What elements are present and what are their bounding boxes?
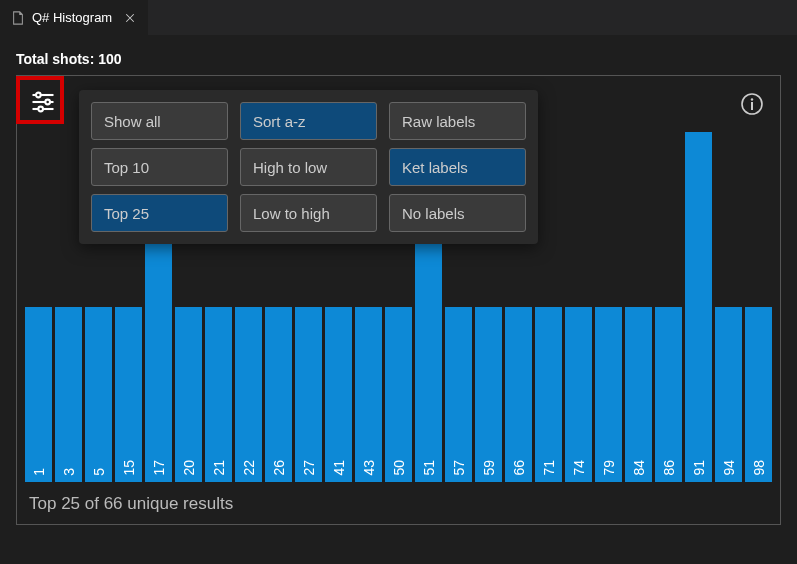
file-icon — [10, 10, 26, 26]
bar-label: 21 — [211, 460, 227, 476]
bar-label: 1 — [31, 468, 47, 476]
bar[interactable] — [325, 307, 352, 482]
bar[interactable] — [55, 307, 82, 482]
bar-label: 20 — [181, 460, 197, 476]
bar-label: 41 — [331, 460, 347, 476]
svg-point-3 — [36, 93, 41, 98]
menu-btn-high-to-low[interactable]: High to low — [240, 148, 377, 186]
menu-btn-no-labels[interactable]: No labels — [389, 194, 526, 232]
svg-point-5 — [38, 107, 43, 112]
bar[interactable] — [175, 307, 202, 482]
bar-label: 51 — [421, 460, 437, 476]
bar-label: 3 — [61, 468, 77, 476]
bar-label: 94 — [721, 460, 737, 476]
content-area: Total shots: 100 S — [0, 35, 797, 541]
bar-slot: 74 — [565, 132, 592, 482]
bar-label: 74 — [571, 460, 587, 476]
bar[interactable] — [415, 220, 442, 483]
bar[interactable] — [85, 307, 112, 482]
menu-btn-sort-a-z[interactable]: Sort a-z — [240, 102, 377, 140]
bar-slot: 79 — [595, 132, 622, 482]
bar-label: 71 — [541, 460, 557, 476]
bar-label: 91 — [691, 460, 707, 476]
bar[interactable] — [655, 307, 682, 482]
bar[interactable] — [535, 307, 562, 482]
bar-label: 59 — [481, 460, 497, 476]
settings-button[interactable] — [25, 84, 61, 120]
bar[interactable] — [25, 307, 52, 482]
tab-title: Q# Histogram — [32, 10, 112, 25]
bar-label: 27 — [301, 460, 317, 476]
menu-btn-raw-labels[interactable]: Raw labels — [389, 102, 526, 140]
bar-label: 84 — [631, 460, 647, 476]
bar[interactable] — [505, 307, 532, 482]
svg-point-4 — [45, 100, 50, 105]
bar[interactable] — [145, 220, 172, 483]
bar[interactable] — [475, 307, 502, 482]
bar-slot: 86 — [655, 132, 682, 482]
bar-slot: 3 — [55, 132, 82, 482]
bar[interactable] — [235, 307, 262, 482]
bar[interactable] — [595, 307, 622, 482]
bar-label: 57 — [451, 460, 467, 476]
menu-btn-top-10[interactable]: Top 10 — [91, 148, 228, 186]
bar-label: 5 — [91, 468, 107, 476]
bar-label: 66 — [511, 460, 527, 476]
bar[interactable] — [565, 307, 592, 482]
bar-slot: 91 — [685, 132, 712, 482]
bar[interactable] — [205, 307, 232, 482]
bar-label: 43 — [361, 460, 377, 476]
bar-label: 22 — [241, 460, 257, 476]
sliders-icon — [29, 88, 57, 116]
bar-label: 98 — [751, 460, 767, 476]
bar[interactable] — [625, 307, 652, 482]
bar-slot: 84 — [625, 132, 652, 482]
bar[interactable] — [715, 307, 742, 482]
close-icon[interactable] — [122, 10, 138, 26]
bar-label: 17 — [151, 460, 167, 476]
info-button[interactable] — [740, 92, 764, 116]
menu-btn-show-all[interactable]: Show all — [91, 102, 228, 140]
bar[interactable] — [685, 132, 712, 482]
results-summary: Top 25 of 66 unique results — [29, 494, 233, 514]
bar-label: 79 — [601, 460, 617, 476]
chart-frame: Show allTop 10Top 25 Sort a-zHigh to low… — [16, 75, 781, 525]
bar-slot: 1 — [25, 132, 52, 482]
bar[interactable] — [265, 307, 292, 482]
bar-label: 86 — [661, 460, 677, 476]
svg-point-7 — [751, 98, 753, 100]
bar[interactable] — [745, 307, 772, 482]
bar-slot: 94 — [715, 132, 742, 482]
tab-qsharp-histogram[interactable]: Q# Histogram — [0, 0, 149, 35]
bar[interactable] — [355, 307, 382, 482]
bar-label: 15 — [121, 460, 137, 476]
bar[interactable] — [385, 307, 412, 482]
bar[interactable] — [115, 307, 142, 482]
bar[interactable] — [295, 307, 322, 482]
menu-btn-top-25[interactable]: Top 25 — [91, 194, 228, 232]
menu-btn-ket-labels[interactable]: Ket labels — [389, 148, 526, 186]
menu-btn-low-to-high[interactable]: Low to high — [240, 194, 377, 232]
info-icon — [740, 92, 764, 116]
filter-menu: Show allTop 10Top 25 Sort a-zHigh to low… — [79, 90, 538, 244]
svg-rect-8 — [751, 102, 753, 110]
bar-slot: 71 — [535, 132, 562, 482]
bar-label: 26 — [271, 460, 287, 476]
tab-bar: Q# Histogram — [0, 0, 797, 35]
bar[interactable] — [445, 307, 472, 482]
bar-label: 50 — [391, 460, 407, 476]
bar-slot: 98 — [745, 132, 772, 482]
total-shots-label: Total shots: 100 — [16, 51, 781, 67]
